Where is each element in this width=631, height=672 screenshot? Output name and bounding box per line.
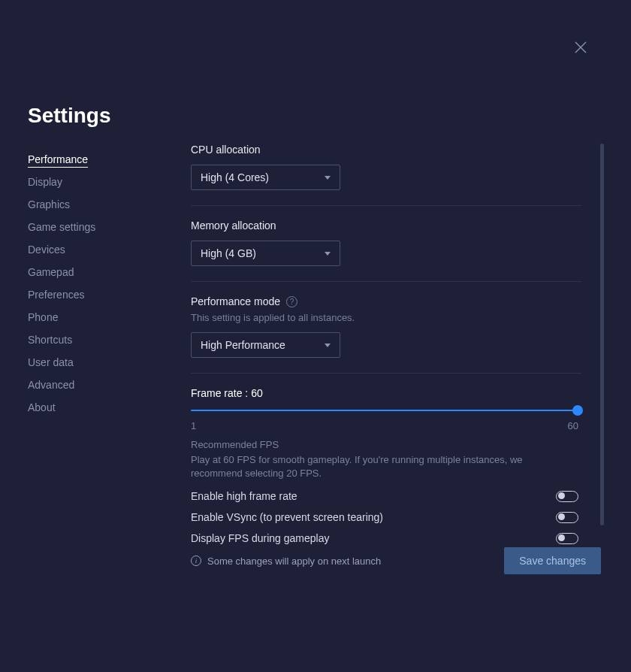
sidebar-item-phone[interactable]: Phone — [28, 306, 155, 328]
frame-rate-slider[interactable] — [191, 405, 578, 417]
performance-mode-sub: This setting is applied to all instances… — [191, 312, 596, 323]
sidebar-item-preferences[interactable]: Preferences — [28, 283, 155, 306]
frame-rate-section: Frame rate : 60 1 60 Recommended FPS Pla… — [191, 387, 596, 544]
toggle-display-fps[interactable] — [556, 533, 578, 544]
sidebar-item-display[interactable]: Display — [28, 171, 155, 193]
slider-thumb[interactable] — [572, 405, 583, 416]
sidebar-item-gamepad[interactable]: Gamepad — [28, 261, 155, 283]
page-title: Settings — [28, 104, 110, 128]
memory-select[interactable]: High (4 GB) — [191, 241, 340, 266]
sidebar-item-label: Display — [28, 176, 62, 188]
sidebar-item-graphics[interactable]: Graphics — [28, 193, 155, 216]
memory-label: Memory allocation — [191, 219, 596, 232]
chevron-down-icon — [325, 252, 331, 256]
toggle-high-frame-rate-label: Enable high frame rate — [191, 490, 297, 502]
close-button[interactable] — [575, 41, 590, 56]
sidebar-item-label: Devices — [28, 244, 65, 256]
chevron-down-icon — [325, 344, 331, 347]
sidebar-item-label: Graphics — [28, 198, 70, 210]
info-icon: i — [191, 555, 201, 566]
toggle-display-fps-label: Display FPS during gameplay — [191, 532, 329, 544]
recommended-fps-title: Recommended FPS — [191, 439, 596, 450]
performance-mode-select[interactable]: High Performance — [191, 332, 340, 358]
launch-note-text: Some changes will apply on next launch — [207, 555, 381, 567]
sidebar-item-game-settings[interactable]: Game settings — [28, 216, 155, 238]
content-panel: CPU allocation High (4 Cores) Memory all… — [191, 144, 596, 559]
sidebar-item-performance[interactable]: Performance — [28, 148, 155, 171]
sidebar-item-user-data[interactable]: User data — [28, 351, 155, 374]
close-icon — [575, 41, 587, 53]
divider — [191, 281, 581, 282]
chevron-down-icon — [325, 176, 331, 180]
slider-max: 60 — [568, 420, 578, 431]
footer: i Some changes will apply on next launch… — [191, 547, 601, 574]
toggle-knob — [558, 492, 565, 499]
toggle-high-frame-rate-row: Enable high frame rate — [191, 490, 578, 502]
sidebar-item-label: About — [28, 401, 56, 413]
frame-rate-label: Frame rate : 60 — [191, 387, 596, 399]
toggle-display-fps-row: Display FPS during gameplay — [191, 532, 578, 544]
slider-track — [191, 410, 578, 411]
recommended-fps-body: Play at 60 FPS for smooth gameplay. If y… — [191, 453, 574, 480]
cpu-label: CPU allocation — [191, 144, 596, 156]
memory-section: Memory allocation High (4 GB) — [191, 219, 596, 266]
save-changes-button[interactable]: Save changes — [504, 547, 601, 574]
divider — [191, 373, 581, 374]
sidebar-item-shortcuts[interactable]: Shortcuts — [28, 328, 155, 351]
toggle-knob — [558, 534, 565, 541]
sidebar-item-label: Shortcuts — [28, 334, 72, 346]
toggle-vsync-label: Enable VSync (to prevent screen tearing) — [191, 511, 383, 523]
toggle-vsync[interactable] — [556, 512, 578, 523]
toggle-knob — [558, 513, 565, 520]
scrollbar[interactable] — [600, 144, 604, 525]
sidebar-item-advanced[interactable]: Advanced — [28, 374, 155, 396]
memory-value: High (4 GB) — [201, 247, 256, 259]
slider-min: 1 — [191, 420, 196, 431]
toggle-vsync-row: Enable VSync (to prevent screen tearing) — [191, 511, 578, 523]
sidebar-item-about[interactable]: About — [28, 396, 155, 419]
sidebar-item-label: Advanced — [28, 379, 74, 391]
performance-mode-section: Performance mode ? This setting is appli… — [191, 295, 596, 358]
launch-note: i Some changes will apply on next launch — [191, 555, 381, 567]
performance-mode-value: High Performance — [201, 339, 285, 351]
cpu-select[interactable]: High (4 Cores) — [191, 165, 340, 190]
sidebar: Performance Display Graphics Game settin… — [28, 148, 155, 419]
sidebar-item-label: Game settings — [28, 221, 95, 233]
sidebar-item-label: Preferences — [28, 289, 84, 301]
sidebar-item-devices[interactable]: Devices — [28, 238, 155, 261]
performance-mode-label-text: Performance mode — [191, 295, 280, 307]
divider — [191, 205, 581, 206]
sidebar-item-label: Phone — [28, 311, 58, 323]
sidebar-item-label: User data — [28, 356, 74, 368]
sidebar-item-label: Gamepad — [28, 266, 74, 278]
performance-mode-label: Performance mode ? — [191, 295, 596, 307]
sidebar-item-label: Performance — [28, 153, 88, 168]
cpu-section: CPU allocation High (4 Cores) — [191, 144, 596, 190]
help-icon[interactable]: ? — [286, 296, 297, 307]
cpu-value: High (4 Cores) — [201, 171, 269, 183]
slider-range: 1 60 — [191, 420, 578, 431]
toggle-high-frame-rate[interactable] — [556, 491, 578, 502]
